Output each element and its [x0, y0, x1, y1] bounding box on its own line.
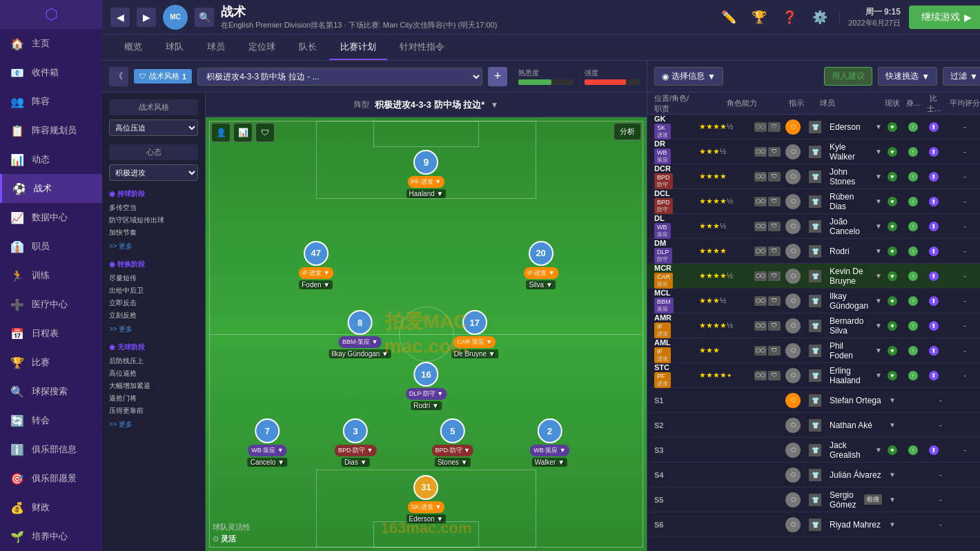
table-row[interactable]: DR WB策应 ★★★½ ⬡⬡ 🛡 ⬡ 👕 Kyle Walker ▼ [647, 139, 980, 164]
table-row[interactable]: S1 ⬡ 👕 Stefan Ortega ▼ - [647, 388, 980, 413]
player-rodri[interactable]: 16 DLP·防守 ▼ Rodri ▼ [406, 362, 447, 410]
sidebar-item-vision[interactable]: 🎯 俱乐部愿景 [0, 464, 102, 493]
mentality-select[interactable]: 积极进攻 [109, 164, 198, 181]
filter-button[interactable]: 过滤 ▼ [943, 67, 980, 86]
sidebar-item-inbox[interactable]: 📧 收件箱 [0, 58, 102, 87]
phase2-label: ◉ 转换阶段 [109, 260, 198, 269]
table-row[interactable]: AMR IF进攻 ★★★★½ ⬡⬡ 🛡 ⬡ 👕 Bernardo Silva ▼ [647, 313, 980, 338]
player-cancelo[interactable]: 7 WB·策应 ▼ Cancelo ▼ [248, 418, 287, 467]
player-silva[interactable]: 20 IF·进攻 ▼ Silva ▼ [524, 241, 558, 289]
edit-button[interactable]: ✏️ [718, 6, 740, 28]
table-row[interactable]: S3 ⬡ 👕 Jack Grealish ▼ ♥ ↑ ⬆ - [647, 438, 980, 463]
tab-instructions[interactable]: 针对性指令 [389, 35, 455, 60]
table-row[interactable]: S2 ⬡ 👕 Nathan Aké ▼ - [647, 413, 980, 438]
tab-setpiece[interactable]: 定位球 [237, 35, 286, 60]
player-name-cell: Kyle Walker [830, 142, 868, 162]
player-name-cell: Riyad Mahrez [830, 520, 882, 530]
continue-button[interactable]: 继续游戏 ▶ [909, 6, 980, 29]
player-gundogan[interactable]: 8 BBM·策应 ▼ Ilkay Gündogan ▼ [329, 310, 391, 358]
player-foden[interactable]: 47 IF·进攻 ▼ Foden ▼ [299, 241, 333, 289]
chart-action-btn[interactable]: 📊 [233, 123, 253, 142]
player-name-cell: John Stones [830, 167, 868, 186]
mentality-title: 心态 [109, 144, 198, 160]
expand-arrow[interactable]: ▼ [875, 123, 882, 130]
table-row[interactable]: S4 ⬡ 👕 Julián Álvarez ▼ - [647, 463, 980, 487]
tab-players[interactable]: 球员 [196, 35, 236, 60]
transfer-icon: 🔄 [10, 413, 25, 428]
settings-button[interactable]: ⚙️ [809, 6, 831, 28]
sidebar-logo: ⬡ [0, 0, 102, 29]
select-info-button[interactable]: ◉ 选择信息 ▼ [654, 67, 723, 86]
quick-select-button[interactable]: 快速挑选 ▼ [878, 67, 937, 86]
tab-team[interactable]: 球队 [155, 35, 195, 60]
tab-captain[interactable]: 队长 [288, 35, 328, 60]
player-walker[interactable]: 2 WB·策应 ▼ Walker ▼ [530, 418, 569, 467]
player-ederson[interactable]: 31 SK·进攻 ▼ Ederson ▼ [406, 475, 447, 523]
player-name: Walker ▼ [532, 458, 567, 467]
page-title: 战术 [221, 3, 497, 20]
sidebar-item-transfer[interactable]: 🔄 转会 [0, 406, 102, 435]
sidebar-item-staff[interactable]: 👔 职员 [0, 232, 102, 261]
collapse-button[interactable]: 《 [109, 67, 128, 86]
table-row[interactable]: AML IF进攻 ★★★ ⬡⬡ 🛡 ⬡ 👕 Phil Foden ▼ [647, 338, 980, 363]
player-name: Haaland ▼ [406, 189, 447, 198]
phase3-more[interactable]: >> 更多 [109, 420, 198, 429]
shield-action-btn[interactable]: 🛡 [255, 123, 275, 142]
phase2-item4: 立刻反抢 [109, 309, 198, 322]
sidebar-item-data[interactable]: 📈 数据中心 [0, 203, 102, 232]
sidebar-item-medical[interactable]: ➕ 医疗中心 [0, 290, 102, 319]
phase2-item1: 尽量短传 [109, 272, 198, 284]
table-row[interactable]: DL WB策应 ★★★½ ⬡⬡ 🛡 ⬡ 👕 João Cancelo ▼ [647, 214, 980, 239]
table-row[interactable]: DM DLP防守 ★★★★ ⬡⬡ 🛡 ⬡ 👕 Rodri ▼ [647, 239, 980, 264]
formation-select[interactable]: 积极进攻4-3-3 防中场 拉边 - ... [197, 68, 482, 86]
tab-overview[interactable]: 概览 [113, 35, 153, 60]
table-row[interactable]: DCL BPD防守 ★★★★½ ⬡⬡ 🛡 ⬡ 👕 Rúben Dias ▼ [647, 189, 980, 214]
analysis-button[interactable]: 分析 [614, 123, 641, 140]
player-debruyne[interactable]: 17 CAR·策应 ▼ De Bruyne ▼ [451, 310, 498, 358]
sidebar-item-home[interactable]: 🏠 主页 [0, 29, 102, 58]
sidebar-item-schedule[interactable]: 📅 日程表 [0, 319, 102, 348]
development-icon: 🌱 [10, 529, 25, 544]
player-name-cell: Ederson [830, 122, 868, 132]
sidebar-item-clubinfo[interactable]: ℹ️ 俱乐部信息 [0, 435, 102, 464]
match-icon: 🏆 [10, 355, 25, 370]
table-row[interactable]: S6 ⬡ 👕 Riyad Mahrez ▼ - [647, 512, 980, 537]
table-row[interactable]: MCR CAR策应 ★★★★½ ⬡⬡ 🛡 ⬡ 👕 Kevin De Bruyne… [647, 264, 980, 289]
table-row[interactable]: DCR BPD防守 ★★★★ ⬡⬡ 🛡 ⬡ 👕 John Stones ▼ [647, 164, 980, 189]
table-row[interactable]: GK SK进攻 ★★★★½ ⬡⬡ 🛡 ⬡ 👕 Ederson ▼ [647, 115, 980, 139]
table-row[interactable]: STC PF进攻 ★★★★✦ ⬡⬡ 🛡 ⬡ 👕 Erling Haaland ▼ [647, 363, 980, 388]
player-name-cell: Jack Grealish [830, 441, 868, 460]
sidebar-item-scout[interactable]: 🔍 球探搜索 [0, 377, 102, 406]
style-select[interactable]: 高位压迫 [109, 119, 198, 136]
sidebar-item-finance[interactable]: 💰 财政 [0, 493, 102, 522]
phase1-more[interactable]: >> 更多 [109, 242, 198, 251]
player-haaland[interactable]: 9 PF·进攻 ▼ Haaland ▼ [406, 150, 447, 198]
phase3-item3: 大幅增加紧逼 [109, 380, 198, 392]
field-actions: 👤 📊 🛡 [211, 123, 275, 142]
back-button[interactable]: ◀ [110, 8, 130, 27]
sidebar-item-squad[interactable]: 👥 阵容 [0, 87, 102, 116]
forward-button[interactable]: ▶ [137, 8, 156, 27]
sidebar-item-match[interactable]: 🏆 比赛 [0, 348, 102, 377]
sidebar-item-activity[interactable]: 📊 动态 [0, 145, 102, 174]
tab-matchplan[interactable]: 比赛计划 [329, 35, 387, 60]
player-name: Silva ▼ [526, 280, 555, 289]
table-row[interactable]: S5 ⬡ 👕 Sergio Gómez 租借 ▼ - [647, 487, 980, 512]
player-action-btn[interactable]: 👤 [211, 123, 231, 142]
trophy-button[interactable]: 🏆 [748, 6, 770, 28]
player-dias[interactable]: 3 BPD·防守 ▼ Dias ▼ [335, 418, 376, 467]
add-formation-button[interactable]: + [488, 67, 507, 86]
help-button[interactable]: ❓ [778, 6, 801, 28]
sidebar-item-planner[interactable]: 📋 阵容规划员 [0, 116, 102, 145]
loan-label: 租借 [864, 494, 882, 505]
sidebar-item-tactics[interactable]: ⚽ 战术 [0, 174, 102, 203]
player-stones[interactable]: 5 BPD·防守 ▼ Stones ▼ [432, 418, 473, 467]
home-icon: 🏠 [10, 36, 25, 51]
soccer-field: 👤 📊 🛡 分析 拍爱MACmac.com 163mac.com [206, 117, 647, 551]
phase2-more[interactable]: >> 更多 [109, 325, 198, 334]
table-row[interactable]: MCL BBM策应 ★★★½ ⬡⬡ 🛡 ⬡ 👕 Ilkay Gündogan ▼ [647, 289, 980, 313]
sidebar-item-training[interactable]: 🏃 训练 [0, 261, 102, 290]
sidebar-item-development[interactable]: 🌱 培养中心 [0, 522, 102, 551]
recommend-button[interactable]: 用人建议 [824, 67, 872, 86]
search-button[interactable]: 🔍 [195, 8, 214, 27]
